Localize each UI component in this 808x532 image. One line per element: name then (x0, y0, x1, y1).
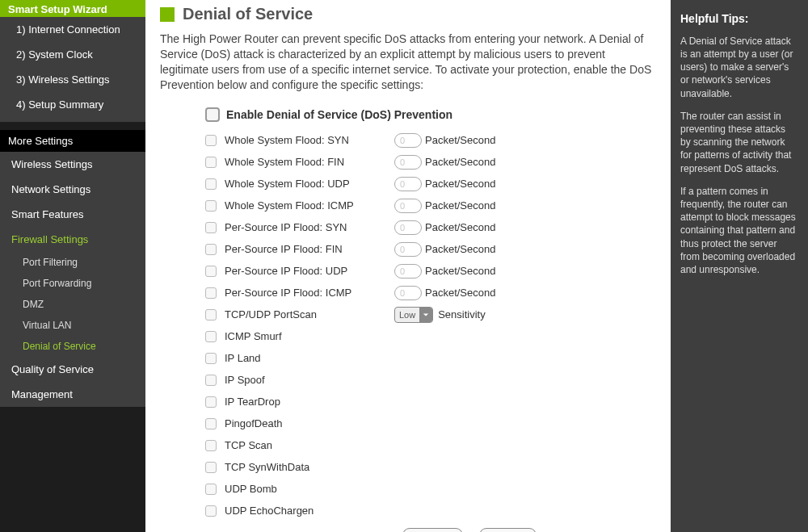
rule-row: Per-Source IP Flood: FINPacket/Second (205, 242, 656, 257)
rule-label: Per-Source IP Flood: ICMP (225, 287, 394, 299)
nav-item-network-settings[interactable]: Network Settings (0, 177, 145, 202)
rule-label: Whole System Flood: UDP (225, 178, 394, 190)
rule-checkbox[interactable] (205, 484, 217, 495)
rule-label: IP Land (225, 352, 394, 364)
rule-row: TCP Scan (205, 438, 656, 453)
rule-checkbox[interactable] (205, 287, 217, 299)
rate-input[interactable] (394, 220, 422, 235)
rule-row: ICMP Smurf (205, 329, 656, 344)
rule-checkbox[interactable] (205, 353, 217, 364)
rule-checkbox[interactable] (205, 200, 217, 212)
nav-item-wireless-settings[interactable]: Wireless Settings (0, 152, 145, 177)
rule-label: TCP/UDP PortScan (225, 308, 394, 320)
rule-checkbox[interactable] (205, 157, 217, 168)
wizard-item-0[interactable]: 1) Internet Connection (0, 17, 145, 42)
rate-unit: Packet/Second (425, 221, 495, 233)
more-settings-header: More Settings (0, 130, 145, 152)
rule-row: IP Land (205, 351, 656, 366)
rules-list: Whole System Flood: SYNPacket/SecondWhol… (205, 133, 656, 518)
rule-label: TCP SynWithData (225, 461, 394, 473)
wizard-section: Smart Setup Wizard 1) Internet Connectio… (0, 0, 145, 122)
rule-label: IP TearDrop (225, 396, 394, 408)
nav-item-firewall-settings[interactable]: Firewall Settings (0, 227, 145, 252)
sensitivity-select[interactable]: Low (394, 307, 433, 323)
rule-checkbox[interactable] (205, 396, 217, 408)
nav-item-quality-of-service[interactable]: Quality of Service (0, 357, 145, 382)
rule-label: ICMP Smurf (225, 330, 394, 342)
select-all-button[interactable]: Select All (402, 528, 463, 532)
rule-checkbox[interactable] (205, 244, 217, 255)
sub-item-virtual-lan[interactable]: Virtual LAN (0, 315, 145, 336)
tips-paragraph: The router can assist in preventing thes… (680, 110, 798, 175)
sidebar: Smart Setup Wizard 1) Internet Connectio… (0, 0, 145, 532)
nav-item-smart-features[interactable]: Smart Features (0, 202, 145, 227)
sensitivity-value: Low (395, 310, 419, 320)
rule-label: Per-Source IP Flood: SYN (225, 221, 394, 233)
rule-checkbox[interactable] (205, 309, 217, 320)
sub-item-port-filtering[interactable]: Port Filtering (0, 252, 145, 273)
rule-label: Per-Source IP Flood: FIN (225, 243, 394, 255)
rate-unit: Packet/Second (425, 287, 495, 299)
rule-checkbox[interactable] (205, 222, 217, 233)
rule-label: Whole System Flood: SYN (225, 134, 394, 146)
tips-title: Helpful Tips: (680, 11, 798, 27)
rule-row: Whole System Flood: SYNPacket/Second (205, 133, 656, 148)
page-title-row: Denial of Service (160, 5, 656, 23)
wizard-item-3[interactable]: 4) Setup Summary (0, 92, 145, 117)
sub-item-port-forwarding[interactable]: Port Forwarding (0, 273, 145, 294)
rule-label: IP Spoof (225, 374, 394, 386)
rate-unit: Packet/Second (425, 243, 495, 255)
rule-checkbox[interactable] (205, 418, 217, 429)
wizard-header: Smart Setup Wizard (0, 0, 145, 17)
chevron-down-icon (419, 308, 432, 322)
rule-label: Whole System Flood: FIN (225, 156, 394, 168)
rate-input[interactable] (394, 242, 422, 257)
rule-label: Whole System Flood: ICMP (225, 199, 394, 212)
rule-row: Per-Source IP Flood: UDPPacket/Second (205, 264, 656, 279)
main-panel: Denial of Service The High Power Router … (145, 0, 671, 532)
clear-all-button[interactable]: Clear All (479, 528, 537, 532)
tips-paragraph: A Denial of Service attack is an attempt… (680, 35, 798, 100)
rule-checkbox[interactable] (205, 505, 217, 517)
rule-row: IP TearDrop (205, 395, 656, 409)
sensitivity-label: Sensitivity (438, 308, 486, 320)
rate-unit: Packet/Second (425, 134, 495, 146)
rate-input[interactable] (394, 199, 422, 213)
rule-label: UDP EchoChargen (225, 505, 394, 517)
rate-unit: Packet/Second (425, 265, 495, 277)
page-description: The High Power Router can prevent specif… (160, 31, 656, 93)
button-row: Select All Clear All (402, 528, 656, 532)
wizard-item-1[interactable]: 2) System Clock (0, 42, 145, 67)
enable-row: Enable Denial of Service (DoS) Preventio… (205, 107, 656, 122)
rule-checkbox[interactable] (205, 266, 217, 277)
rule-row: Whole System Flood: FINPacket/Second (205, 155, 656, 170)
enable-dos-checkbox[interactable] (205, 107, 220, 122)
rule-row: Per-Source IP Flood: ICMPPacket/Second (205, 286, 656, 300)
sub-item-denial-of-service[interactable]: Denial of Service (0, 336, 145, 357)
nav-item-management[interactable]: Management (0, 382, 145, 407)
page-title: Denial of Service (183, 5, 313, 23)
rate-input[interactable] (394, 286, 422, 300)
rule-row: Whole System Flood: ICMPPacket/Second (205, 199, 656, 213)
rate-input[interactable] (394, 177, 422, 191)
sub-item-dmz[interactable]: DMZ (0, 294, 145, 315)
tips-panel: Helpful Tips: A Denial of Service attack… (671, 0, 808, 532)
rule-checkbox[interactable] (205, 462, 217, 473)
rule-row: Per-Source IP Flood: SYNPacket/Second (205, 220, 656, 235)
wizard-item-2[interactable]: 3) Wireless Settings (0, 67, 145, 92)
rate-input[interactable] (394, 133, 422, 148)
enable-dos-label: Enable Denial of Service (DoS) Preventio… (226, 108, 452, 121)
rule-checkbox[interactable] (205, 440, 217, 451)
rule-row: Whole System Flood: UDPPacket/Second (205, 177, 656, 191)
rule-label: UDP Bomb (225, 483, 394, 495)
rule-checkbox[interactable] (205, 331, 217, 342)
rule-checkbox[interactable] (205, 135, 217, 146)
rule-row: TCP/UDP PortScanLowSensitivity (205, 308, 656, 322)
tips-paragraph: If a pattern comes in frequently, the ro… (680, 185, 798, 276)
rate-input[interactable] (394, 155, 422, 170)
rate-unit: Packet/Second (425, 156, 495, 168)
rule-row: UDP Bomb (205, 482, 656, 496)
rule-checkbox[interactable] (205, 178, 217, 190)
rule-checkbox[interactable] (205, 375, 217, 386)
rate-input[interactable] (394, 264, 422, 279)
